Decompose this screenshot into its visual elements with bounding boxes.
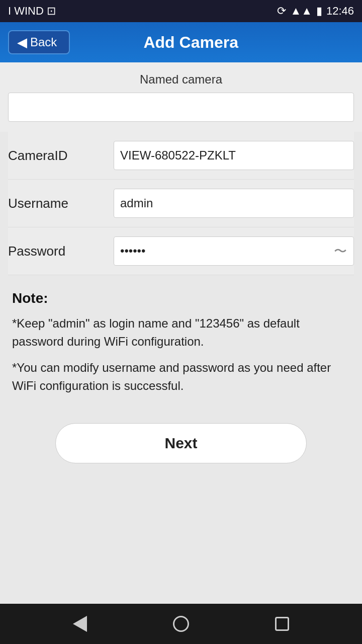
nav-home-button[interactable] xyxy=(173,616,189,632)
app-bar: ◀ Back Add Camera xyxy=(0,22,362,62)
username-label: Username xyxy=(8,196,114,211)
carrier-info: I WIND ⊡ xyxy=(8,5,56,18)
nav-back-button[interactable] xyxy=(73,616,87,632)
back-arrow-icon: ◀ xyxy=(17,36,27,49)
camera-id-label: CameraID xyxy=(8,148,114,164)
signal-icon: ▲▲ xyxy=(290,5,312,18)
back-label: Back xyxy=(30,35,57,49)
note-line-1: *Keep "admin" as login name and "123456"… xyxy=(12,314,350,351)
page-title: Add Camera xyxy=(78,33,304,52)
nav-recents-button[interactable] xyxy=(275,617,289,631)
nav-bar xyxy=(0,604,362,644)
password-wrapper: 〜 xyxy=(114,236,354,266)
note-title: Note: xyxy=(12,290,350,306)
toggle-password-icon[interactable]: 〜 xyxy=(334,243,347,260)
back-button[interactable]: ◀ Back xyxy=(8,30,70,54)
password-row: Password 〜 xyxy=(8,227,354,275)
status-bar: I WIND ⊡ ⟳ ▲▲ ▮ 12:46 xyxy=(0,0,362,22)
note-line-2: *You can modify username and password as… xyxy=(12,359,350,395)
named-camera-label: Named camera xyxy=(8,72,354,87)
next-label: Next xyxy=(164,435,197,452)
username-row: Username xyxy=(8,180,354,227)
camera-id-input[interactable] xyxy=(114,141,354,170)
named-camera-input[interactable] xyxy=(8,93,354,122)
carrier-name: I WIND xyxy=(8,5,44,18)
rotate-icon: ⟳ xyxy=(277,5,286,18)
named-camera-section: Named camera xyxy=(0,62,362,132)
button-section: Next xyxy=(0,403,362,478)
clock: 12:46 xyxy=(326,5,354,18)
password-label: Password xyxy=(8,244,114,259)
battery-icon: ▮ xyxy=(316,5,322,18)
carrier-icon: ⊡ xyxy=(47,5,56,18)
username-input[interactable] xyxy=(114,189,354,218)
camera-id-row: CameraID xyxy=(8,132,354,180)
main-content: Named camera CameraID Username Password … xyxy=(0,62,362,604)
note-section: Note: *Keep "admin" as login name and "1… xyxy=(0,275,362,395)
next-button[interactable]: Next xyxy=(55,423,307,463)
password-input[interactable] xyxy=(114,236,354,266)
system-icons: ⟳ ▲▲ ▮ 12:46 xyxy=(277,5,354,18)
